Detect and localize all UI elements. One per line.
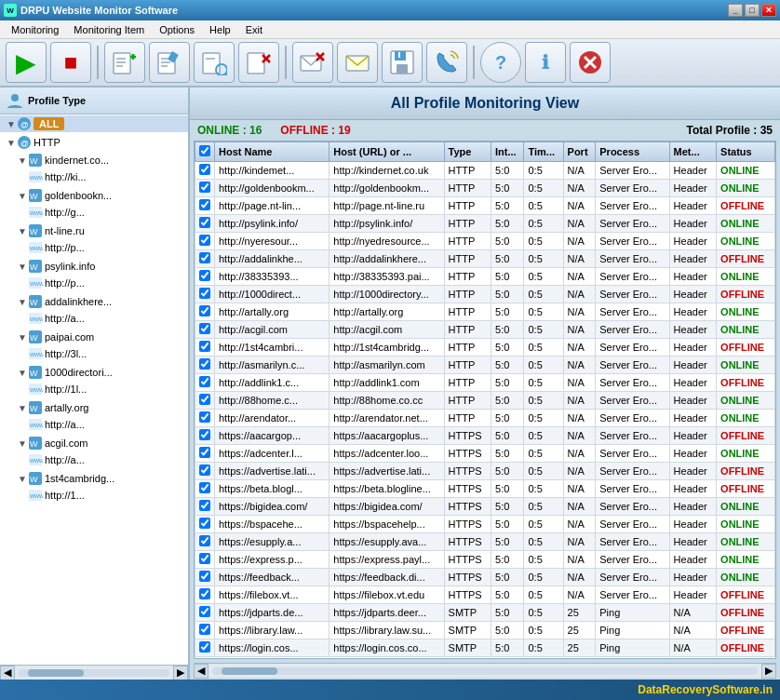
- table-row[interactable]: https://library.law... https://library.l…: [195, 622, 775, 639]
- row-cb-8[interactable]: [199, 305, 210, 316]
- table-row[interactable]: http://acgil.com http://acgil.com HTTP 5…: [195, 321, 775, 339]
- menu-options[interactable]: Options: [152, 22, 202, 37]
- start-button[interactable]: ▶: [6, 42, 47, 83]
- row-checkbox-11[interactable]: [195, 357, 215, 374]
- tree-row-all[interactable]: ▼ @ ALL: [0, 115, 188, 132]
- table-row[interactable]: https://advertise.lati... https://advert…: [195, 463, 775, 480]
- row-cb-21[interactable]: [199, 535, 210, 546]
- view-button[interactable]: [194, 42, 235, 83]
- tree-row-addalink-url[interactable]: www http://a...: [0, 310, 188, 327]
- row-checkbox-27[interactable]: [195, 639, 215, 657]
- window-controls[interactable]: _ □ ✕: [728, 4, 776, 17]
- tree-row-goldenbookn-url[interactable]: www http://g...: [0, 204, 188, 221]
- tree-toggle-goldenbookn[interactable]: ▼: [17, 191, 28, 201]
- row-checkbox-24[interactable]: [195, 586, 215, 604]
- row-cb-14[interactable]: [199, 411, 210, 423]
- table-row[interactable]: http://88home.c... http://88home.co.cc H…: [195, 392, 775, 410]
- tree-toggle-1st4cambridge[interactable]: ▼: [17, 474, 28, 484]
- row-checkbox-6[interactable]: [195, 268, 215, 286]
- phone-button[interactable]: [426, 42, 467, 83]
- tree-row-paipai-url[interactable]: www http://3l...: [0, 345, 188, 362]
- scroll-right-arrow[interactable]: ▶: [173, 666, 188, 680]
- maximize-button[interactable]: □: [745, 4, 760, 17]
- row-cb-26[interactable]: [199, 624, 210, 635]
- row-checkbox-17[interactable]: [195, 463, 215, 480]
- row-cb-3[interactable]: [199, 217, 210, 228]
- table-row[interactable]: https://login.cos... https://login.cos.c…: [195, 639, 775, 657]
- row-cb-25[interactable]: [199, 606, 210, 617]
- table-row[interactable]: https://beta.blogl... https://beta.blogl…: [195, 480, 775, 498]
- table-scroll-left[interactable]: ◀: [194, 664, 208, 679]
- table-row[interactable]: http://addalinkhe... http://addalinkhere…: [195, 250, 775, 268]
- table-row[interactable]: https://adcenter.l... https://adcenter.l…: [195, 445, 775, 463]
- close-button[interactable]: ✕: [761, 4, 776, 17]
- row-cb-7[interactable]: [199, 288, 210, 299]
- table-row[interactable]: http://arendator... http://arendator.net…: [195, 410, 775, 427]
- row-checkbox-0[interactable]: [195, 162, 215, 180]
- table-row[interactable]: http://psylink.info/ http://psylink.info…: [195, 215, 775, 233]
- table-scroll-track[interactable]: [212, 667, 758, 675]
- row-cb-6[interactable]: [199, 270, 210, 281]
- table-row[interactable]: http://1000direct... http://1000director…: [195, 286, 775, 303]
- table-row[interactable]: http://asmarilyn.c... http://asmarilyn.c…: [195, 357, 775, 374]
- add-button[interactable]: [104, 42, 145, 83]
- monitoring-table-container[interactable]: Host Name Host (URL) or ... Type Int... …: [194, 141, 776, 659]
- tree-row-ntline-url[interactable]: www http://p...: [0, 239, 188, 256]
- table-row[interactable]: http://goldenbookm... http://goldenbookm…: [195, 180, 775, 197]
- scroll-left-arrow[interactable]: ◀: [0, 666, 15, 680]
- col-method[interactable]: Met...: [669, 142, 717, 162]
- table-row[interactable]: http://38335393... http://38335393.pai..…: [195, 268, 775, 286]
- tree-toggle-artally[interactable]: ▼: [17, 403, 28, 413]
- table-row[interactable]: https://express.p... https://express.pay…: [195, 551, 775, 569]
- info-button[interactable]: ℹ: [525, 42, 566, 83]
- row-checkbox-15[interactable]: [195, 427, 215, 445]
- menu-help[interactable]: Help: [202, 22, 238, 37]
- row-cb-16[interactable]: [199, 447, 210, 458]
- minimize-button[interactable]: _: [728, 4, 743, 17]
- row-checkbox-22[interactable]: [195, 551, 215, 569]
- row-cb-1[interactable]: [199, 182, 210, 193]
- row-checkbox-10[interactable]: [195, 339, 215, 357]
- row-cb-12[interactable]: [199, 376, 210, 387]
- row-cb-17[interactable]: [199, 464, 210, 476]
- row-cb-5[interactable]: [199, 252, 210, 263]
- table-row[interactable]: https://esupply.a... https://esupply.ava…: [195, 533, 775, 551]
- tree-row-1000dir-url[interactable]: www http://1l...: [0, 381, 188, 397]
- menu-monitoring[interactable]: Monitoring: [4, 22, 66, 37]
- tree-row-addalink[interactable]: ▼ W addalinkhere...: [0, 293, 188, 310]
- row-cb-24[interactable]: [199, 588, 210, 599]
- tree-row-ntline[interactable]: ▼ W nt-line.ru: [0, 222, 188, 239]
- col-process[interactable]: Process: [596, 142, 669, 162]
- edit-button[interactable]: [149, 42, 190, 83]
- row-checkbox-16[interactable]: [195, 445, 215, 463]
- select-all-checkbox[interactable]: [199, 145, 210, 156]
- tree-row-http[interactable]: ▼ @ HTTP: [0, 134, 188, 151]
- row-checkbox-23[interactable]: [195, 569, 215, 586]
- tree-row-kindernet-url[interactable]: www http://ki...: [0, 168, 188, 185]
- row-cb-13[interactable]: [199, 394, 210, 405]
- row-cb-22[interactable]: [199, 553, 210, 564]
- delete-button[interactable]: [238, 42, 279, 83]
- row-checkbox-5[interactable]: [195, 250, 215, 268]
- tree-row-artally-url[interactable]: www http://a...: [0, 416, 188, 433]
- col-type[interactable]: Type: [444, 142, 491, 162]
- col-checkbox[interactable]: [195, 142, 215, 162]
- row-checkbox-2[interactable]: [195, 197, 215, 215]
- table-row[interactable]: https://filebox.vt... https://filebox.vt…: [195, 586, 775, 604]
- horiz-scroll-thumb[interactable]: [28, 669, 84, 677]
- tree-toggle-kindernet[interactable]: ▼: [17, 155, 28, 166]
- table-scroll-thumb[interactable]: [222, 667, 277, 675]
- table-row[interactable]: https://jdparts.de... https://jdparts.de…: [195, 604, 775, 622]
- col-interval[interactable]: Int...: [491, 142, 524, 162]
- tree-toggle-http[interactable]: ▼: [6, 138, 17, 148]
- table-row[interactable]: https://bspacehe... https://bspacehelp..…: [195, 516, 775, 533]
- row-cb-20[interactable]: [199, 518, 210, 529]
- row-checkbox-14[interactable]: [195, 410, 215, 427]
- table-row[interactable]: https://aacargop... https://aacargoplus.…: [195, 427, 775, 445]
- tree-toggle-paipai[interactable]: ▼: [17, 332, 28, 343]
- row-cb-10[interactable]: [199, 341, 210, 352]
- tree-row-artally[interactable]: ▼ W artally.org: [0, 399, 188, 416]
- table-row[interactable]: http://artally.org http://artally.org HT…: [195, 303, 775, 321]
- row-checkbox-20[interactable]: [195, 516, 215, 533]
- col-host-name[interactable]: Host Name: [215, 142, 329, 162]
